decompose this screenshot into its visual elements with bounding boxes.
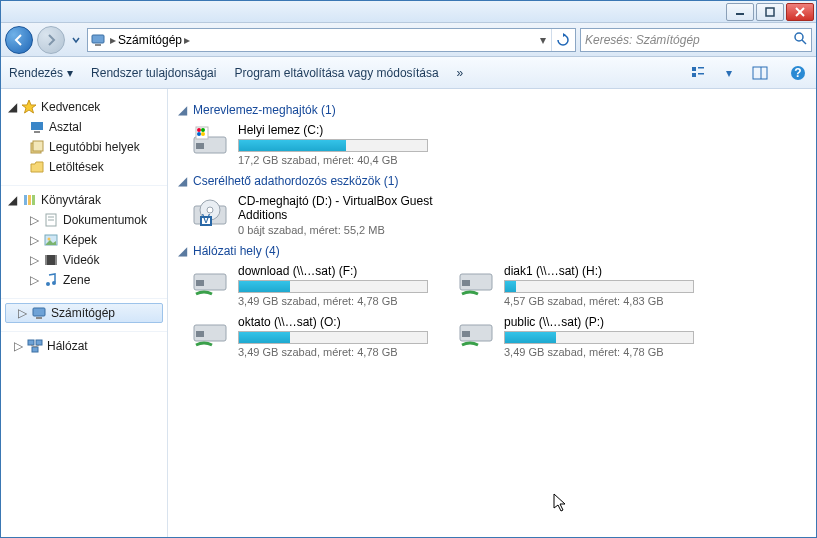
computer-icon: [31, 305, 47, 321]
drive-item-d[interactable]: V CD-meghajtó (D:) - VirtualBox Guest Ad…: [190, 192, 440, 238]
drive-name: Helyi lemez (C:): [238, 123, 440, 137]
help-button[interactable]: ?: [788, 63, 808, 83]
svg-rect-1: [766, 8, 774, 16]
sidebar-network-group: ▷ Hálózat: [1, 332, 167, 364]
sidebar-item-downloads[interactable]: Letöltések: [1, 157, 167, 177]
usage-fill: [239, 281, 290, 292]
svg-point-31: [46, 282, 50, 286]
refresh-button[interactable]: [551, 29, 573, 51]
documents-icon: [43, 212, 59, 228]
svg-rect-36: [36, 340, 42, 345]
minimize-button[interactable]: [726, 3, 754, 21]
svg-text:V: V: [202, 212, 210, 226]
expand-icon: ▷: [17, 306, 27, 320]
navbar: ▸ Számítógép ▸ ▾ Keresés: Számítógép: [1, 23, 816, 57]
collapse-icon: ◢: [7, 193, 17, 207]
svg-rect-12: [753, 67, 767, 79]
expand-icon: ▷: [29, 253, 39, 267]
close-button[interactable]: [786, 3, 814, 21]
system-properties-button[interactable]: Rendszer tulajdonságai: [91, 66, 216, 80]
group-header-removable[interactable]: ◢ Cserélhető adathordozós eszközök (1): [178, 174, 806, 188]
breadcrumb-label: Számítógép: [118, 33, 182, 47]
sidebar: ◢ Kedvencek Asztal Legutóbbi helyek Le: [1, 89, 168, 537]
uninstall-programs-button[interactable]: Program eltávolítása vagy módosítása: [234, 66, 438, 80]
sidebar-item-desktop[interactable]: Asztal: [1, 117, 167, 137]
svg-rect-34: [36, 317, 42, 319]
sidebar-item-pictures[interactable]: ▷ Képek: [1, 230, 167, 250]
sidebar-computer-group: ▷ Számítógép: [1, 299, 167, 332]
usage-fill: [239, 140, 346, 151]
organize-menu[interactable]: Rendezés ▾: [9, 66, 73, 80]
preview-pane-button[interactable]: [750, 63, 770, 83]
sidebar-item-music[interactable]: ▷ Zene: [1, 270, 167, 290]
toolbar-overflow[interactable]: »: [457, 66, 464, 80]
sidebar-item-videos[interactable]: ▷ Videók: [1, 250, 167, 270]
group-label: Cserélhető adathordozós eszközök (1): [193, 174, 398, 188]
sidebar-libraries-header[interactable]: ◢ Könyvtárak: [1, 190, 167, 210]
chevron-down-icon: ▾: [67, 66, 73, 80]
group-header-network[interactable]: ◢ Hálózati hely (4): [178, 244, 806, 258]
network-drive-icon: [190, 264, 230, 300]
breadcrumb-segment[interactable]: ▸ Számítógép ▸: [106, 29, 194, 51]
sidebar-item-computer[interactable]: ▷ Számítógép: [5, 303, 163, 323]
drive-name: oktato (\\…sat) (O:): [238, 315, 440, 329]
drive-name: CD-meghajtó (D:) - VirtualBox Guest Addi…: [238, 194, 440, 222]
usage-bar: [238, 331, 428, 344]
back-button[interactable]: [5, 26, 33, 54]
drive-sub: 3,49 GB szabad, méret: 4,78 GB: [238, 346, 440, 358]
sidebar-item-label: Képek: [63, 233, 97, 247]
expand-icon: ▷: [29, 273, 39, 287]
drive-item-o[interactable]: oktato (\\…sat) (O:) 3,49 GB szabad, mér…: [190, 313, 440, 360]
svg-rect-16: [31, 122, 43, 130]
expand-icon: ▷: [13, 339, 23, 353]
address-dropdown[interactable]: ▾: [535, 33, 551, 47]
recent-icon: [29, 139, 45, 155]
drive-sub: 0 bájt szabad, méret: 55,2 MB: [238, 224, 440, 236]
drive-item-c[interactable]: Helyi lemez (C:) 17,2 GB szabad, méret: …: [190, 121, 440, 168]
maximize-button[interactable]: [756, 3, 784, 21]
drive-name: public (\\…sat) (P:): [504, 315, 706, 329]
chevron-right-icon: ▸: [184, 33, 190, 47]
chevron-down-icon[interactable]: ▾: [726, 66, 732, 80]
usage-fill: [505, 281, 516, 292]
toolbar: Rendezés ▾ Rendszer tulajdonságai Progra…: [1, 57, 816, 89]
explorer-window: ▸ Számítógép ▸ ▾ Keresés: Számítógép Ren…: [0, 0, 817, 538]
nav-history-dropdown[interactable]: [69, 29, 83, 51]
svg-rect-41: [196, 143, 204, 149]
favorites-label: Kedvencek: [41, 100, 100, 114]
svg-rect-5: [95, 44, 101, 46]
overflow-label: »: [457, 66, 464, 80]
sidebar-item-network[interactable]: ▷ Hálózat: [1, 336, 167, 356]
search-placeholder: Keresés: Számítógép: [585, 33, 793, 47]
view-options-button[interactable]: [688, 63, 708, 83]
sidebar-favorites: ◢ Kedvencek Asztal Legutóbbi helyek Le: [1, 93, 167, 186]
group-header-hdd[interactable]: ◢ Merevlemez-meghajtók (1): [178, 103, 806, 117]
sidebar-favorites-header[interactable]: ◢ Kedvencek: [1, 97, 167, 117]
star-icon: [21, 99, 37, 115]
drive-name: download (\\…sat) (F:): [238, 264, 440, 278]
hdd-icon: [190, 123, 230, 159]
sidebar-libraries: ◢ Könyvtárak ▷ Dokumentumok ▷ Képek ▷: [1, 186, 167, 299]
network-drive-icon: [456, 264, 496, 300]
expand-icon: ▷: [29, 213, 39, 227]
svg-rect-35: [28, 340, 34, 345]
search-icon: [793, 31, 807, 48]
sidebar-item-recent[interactable]: Legutóbbi helyek: [1, 137, 167, 157]
body: ◢ Kedvencek Asztal Legutóbbi helyek Le: [1, 89, 816, 537]
collapse-icon: ◢: [7, 100, 17, 114]
svg-point-45: [197, 132, 201, 136]
computer-icon: [90, 32, 106, 48]
titlebar: [1, 1, 816, 23]
chevron-right-icon: ▸: [110, 33, 116, 47]
search-input[interactable]: Keresés: Számítógép: [580, 28, 812, 52]
uninstall-label: Program eltávolítása vagy módosítása: [234, 66, 438, 80]
drive-item-h[interactable]: diak1 (\\…sat) (H:) 4,57 GB szabad, mére…: [456, 262, 706, 309]
drive-item-f[interactable]: download (\\…sat) (F:) 3,49 GB szabad, m…: [190, 262, 440, 309]
pictures-icon: [43, 232, 59, 248]
sidebar-item-documents[interactable]: ▷ Dokumentumok: [1, 210, 167, 230]
drive-item-p[interactable]: public (\\…sat) (P:) 3,49 GB szabad, mér…: [456, 313, 706, 360]
address-bar[interactable]: ▸ Számítógép ▸ ▾: [87, 28, 576, 52]
network-drive-icon: [190, 315, 230, 351]
network-drive-icon: [456, 315, 496, 351]
forward-button[interactable]: [37, 26, 65, 54]
